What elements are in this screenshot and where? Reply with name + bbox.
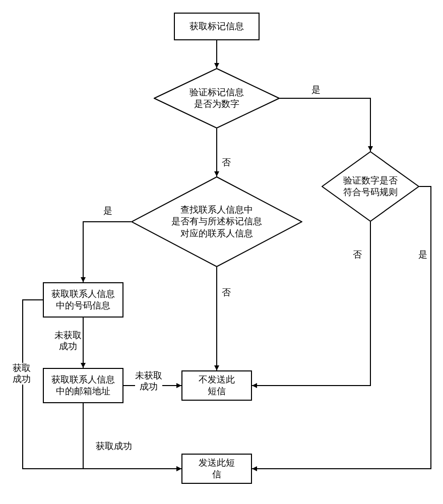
edge-label-no: 否 (353, 249, 362, 261)
node-get-number: 获取联系人信息 中的号码信息 (43, 282, 123, 318)
node-get-number-text: 获取联系人信息 中的号码信息 (51, 288, 115, 312)
node-decision-is-number: 验证标记信息 是否为数字 (154, 68, 280, 129)
edge-label-yes: 是 (311, 85, 321, 96)
edge-label-fail: 未获取 成功 (135, 370, 162, 392)
edge-label-no: 否 (222, 157, 231, 168)
edge-label-success: 获取 成功 (13, 363, 31, 385)
edge-label-success: 获取成功 (96, 441, 132, 452)
node-decision-find-contact: 查找联系人信息中 是否有与所述标记信息 对应的联系人信息 (131, 176, 302, 267)
node-dont-send-text: 不发送此 短信 (199, 374, 235, 398)
node-decision-number-rule-text: 验证数字是否 符合号码规则 (343, 175, 398, 199)
node-get-email-text: 获取联系人信息 中的邮箱地址 (51, 374, 115, 398)
node-start-text: 获取标记信息 (189, 21, 244, 32)
node-decision-is-number-text: 验证标记信息 是否为数字 (189, 87, 244, 110)
edge-label-yes: 是 (418, 249, 427, 261)
node-decision-number-rule: 验证数字是否 符合号码规则 (322, 151, 419, 222)
edge-label-no: 否 (222, 287, 231, 298)
edge-label-yes: 是 (103, 206, 112, 217)
node-dont-send: 不发送此 短信 (181, 370, 252, 401)
node-send: 发送此短 信 (181, 454, 252, 484)
node-decision-find-contact-text: 查找联系人信息中 是否有与所述标记信息 对应的联系人信息 (171, 204, 262, 239)
edge-label-fail: 未获取 成功 (54, 330, 82, 352)
node-get-email: 获取联系人信息 中的邮箱地址 (43, 368, 123, 403)
node-send-text: 发送此短 信 (199, 457, 235, 481)
node-start: 获取标记信息 (174, 13, 260, 40)
